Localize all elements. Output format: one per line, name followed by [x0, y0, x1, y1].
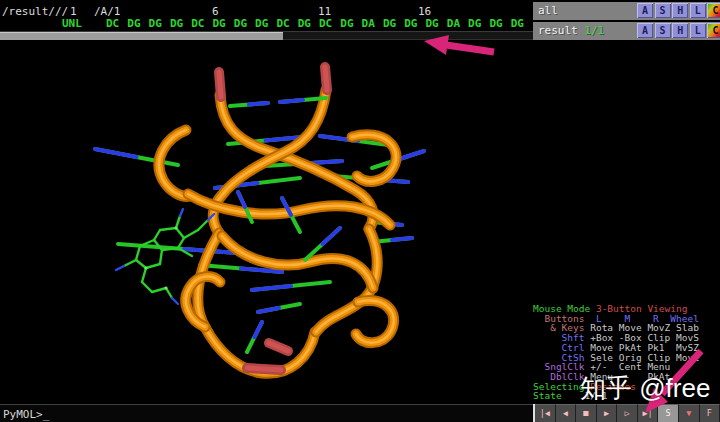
- seq-residue-2[interactable]: DG: [127, 17, 140, 30]
- action-button[interactable]: A: [637, 23, 653, 38]
- vcr-go-to-end-button[interactable]: ▶|: [638, 404, 659, 422]
- ligand-residue[interactable]: UNL: [62, 17, 82, 30]
- seq-residue-6[interactable]: DG: [213, 17, 226, 30]
- seq-residue-18[interactable]: DG: [468, 17, 481, 30]
- object-row-result[interactable]: result 1/1ASHLC: [533, 22, 720, 40]
- seq-residue-5[interactable]: DC: [191, 17, 204, 30]
- object-state: 1/1: [578, 24, 605, 37]
- seq-residue-14[interactable]: DG: [383, 17, 396, 30]
- seq-residue-10[interactable]: DG: [298, 17, 311, 30]
- seq-residue-3[interactable]: DG: [149, 17, 162, 30]
- seq-residue-19[interactable]: DG: [489, 17, 502, 30]
- vcr-play-button[interactable]: ▶: [597, 404, 618, 422]
- vcr-step-forward-button[interactable]: ▷: [617, 404, 638, 422]
- seq-residue-20[interactable]: DG: [511, 17, 524, 30]
- selection-path: /result///: [2, 5, 68, 18]
- seq-residue-1[interactable]: DC: [106, 17, 119, 30]
- molecule-render: [0, 40, 533, 403]
- object-panel: allASHLCresult 1/1ASHLC: [533, 0, 720, 40]
- show-button[interactable]: S: [655, 23, 671, 38]
- seq-residue-4[interactable]: DG: [170, 17, 183, 30]
- label-button[interactable]: L: [690, 23, 706, 38]
- vcr-seq-toggle-button[interactable]: S: [658, 404, 679, 422]
- seq-residue-17[interactable]: DA: [447, 17, 460, 30]
- seq-residue-9[interactable]: DC: [276, 17, 289, 30]
- viewport-3d[interactable]: [0, 40, 533, 403]
- seq-residue-8[interactable]: DG: [255, 17, 268, 30]
- pymol-window: /result/// 1/A/161116 UNL DCDGDGDGDCDGDG…: [0, 0, 720, 422]
- seq-residue-11[interactable]: DC: [319, 17, 332, 30]
- movie-controls: |◀◀■▶▷▶|S▼F: [533, 404, 720, 422]
- vcr-step-back-button[interactable]: ◀: [556, 404, 577, 422]
- command-bar[interactable]: PyMOL>_: [0, 404, 533, 422]
- action-button[interactable]: A: [637, 3, 653, 18]
- object-name[interactable]: result 1/1: [538, 24, 604, 37]
- vcr-frame-menu-button[interactable]: ▼: [679, 404, 700, 422]
- vcr-go-to-start-button[interactable]: |◀: [535, 404, 556, 422]
- watermark: 知乎 @free: [580, 371, 710, 406]
- object-row-all[interactable]: allASHLC: [533, 2, 720, 20]
- seq-residue-15[interactable]: DG: [404, 17, 417, 30]
- color-button[interactable]: C: [707, 23, 720, 38]
- command-prompt: PyMOL>_: [3, 408, 49, 421]
- vcr-fullscreen-button[interactable]: F: [700, 404, 720, 422]
- mouse-row-label: State: [533, 390, 567, 401]
- sequence-bar: /result/// 1/A/161116 UNL DCDGDGDGDCDGDG…: [0, 0, 533, 40]
- sequence-scrollbar[interactable]: [0, 31, 533, 40]
- seq-residue-12[interactable]: DG: [340, 17, 353, 30]
- color-button[interactable]: C: [707, 3, 720, 18]
- label-button[interactable]: L: [690, 3, 706, 18]
- seq-residue-7[interactable]: DG: [234, 17, 247, 30]
- seq-residue-16[interactable]: DG: [426, 17, 439, 30]
- object-name[interactable]: all: [538, 4, 558, 17]
- show-button[interactable]: S: [655, 3, 671, 18]
- seq-residue-13[interactable]: DA: [362, 17, 375, 30]
- hide-button[interactable]: H: [672, 3, 688, 18]
- vcr-stop-button[interactable]: ■: [576, 404, 597, 422]
- hide-button[interactable]: H: [672, 23, 688, 38]
